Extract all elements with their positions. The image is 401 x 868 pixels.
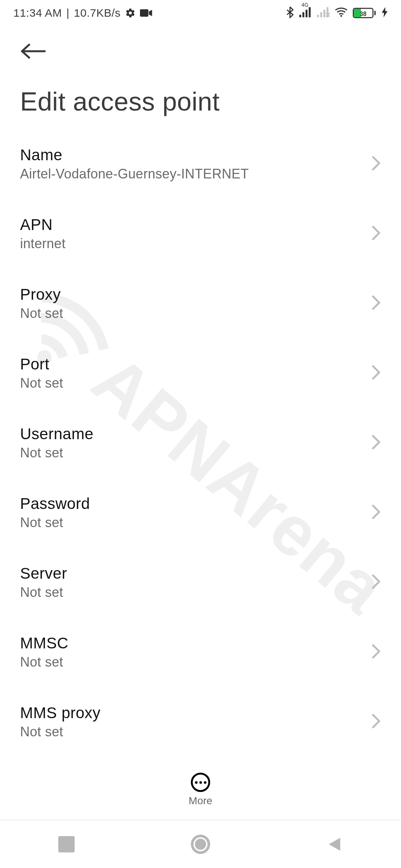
- setting-value: internet: [20, 236, 65, 251]
- setting-row-password[interactable]: Password Not set: [20, 476, 381, 546]
- svg-rect-3: [306, 10, 307, 17]
- setting-label: Proxy: [20, 286, 63, 303]
- chevron-right-icon: [371, 713, 381, 730]
- bluetooth-icon: [286, 6, 294, 20]
- setting-row-port[interactable]: Port Not set: [20, 337, 381, 407]
- setting-row-server[interactable]: Server Not set: [20, 546, 381, 616]
- back-button[interactable]: [20, 36, 50, 66]
- charging-icon: [382, 7, 388, 19]
- arrow-left-icon: [20, 43, 46, 59]
- more-label: More: [189, 795, 212, 807]
- page-title: Edit access point: [0, 66, 401, 128]
- more-button[interactable]: More: [0, 773, 401, 807]
- setting-value: Not set: [20, 515, 90, 530]
- setting-label: Username: [20, 425, 94, 443]
- svg-rect-1: [299, 15, 301, 17]
- video-camera-icon: [140, 9, 153, 17]
- setting-label: Name: [20, 146, 249, 164]
- battery-percent: 38: [354, 9, 372, 18]
- setting-value: Airtel-Vodafone-Guernsey-INTERNET: [20, 166, 249, 182]
- chevron-right-icon: [371, 644, 381, 661]
- setting-row-proxy[interactable]: Proxy Not set: [20, 267, 381, 337]
- setting-row-name[interactable]: Name Airtel-Vodafone-Guernsey-INTERNET: [20, 128, 381, 197]
- more-dots-icon: [191, 773, 210, 792]
- battery-icon: 38: [353, 8, 376, 18]
- svg-point-11: [340, 15, 342, 17]
- svg-rect-4: [309, 7, 311, 17]
- setting-row-mmsc[interactable]: MMSC Not set: [20, 616, 381, 685]
- chevron-right-icon: [371, 225, 381, 242]
- setting-value: Not set: [20, 445, 94, 461]
- svg-rect-6: [320, 12, 322, 17]
- setting-label: MMS proxy: [20, 704, 101, 722]
- svg-rect-0: [140, 9, 149, 17]
- chevron-right-icon: [371, 365, 381, 382]
- signal-4g-icon: 4G: [299, 7, 312, 19]
- status-bar: 11:34 AM | 10.7KB/s 4G 38: [0, 0, 401, 26]
- nav-home-button[interactable]: [191, 835, 210, 854]
- setting-label: MMSC: [20, 634, 68, 652]
- signal-no-sim-icon: [317, 7, 330, 19]
- status-bar-right: 4G 38: [286, 6, 388, 20]
- chevron-right-icon: [371, 504, 381, 521]
- setting-label: Port: [20, 355, 63, 373]
- svg-rect-5: [317, 15, 319, 17]
- status-separator: |: [66, 7, 69, 19]
- svg-marker-14: [329, 838, 340, 851]
- setting-label: Server: [20, 565, 67, 582]
- chevron-right-icon: [371, 434, 381, 451]
- setting-row-username[interactable]: Username Not set: [20, 407, 381, 476]
- setting-label: Password: [20, 495, 90, 513]
- gear-icon: [125, 8, 136, 18]
- settings-list: Name Airtel-Vodafone-Guernsey-INTERNET A…: [0, 128, 401, 755]
- navigation-bar: [0, 820, 401, 868]
- nav-recent-button[interactable]: [58, 836, 75, 852]
- status-time: 11:34 AM: [13, 7, 62, 19]
- nav-back-button[interactable]: [326, 836, 343, 852]
- status-bar-left: 11:34 AM | 10.7KB/s: [13, 7, 153, 19]
- setting-row-apn[interactable]: APN internet: [20, 197, 381, 267]
- wifi-icon: [335, 7, 348, 19]
- svg-rect-2: [303, 12, 304, 17]
- setting-row-mms-proxy[interactable]: MMS proxy Not set: [20, 685, 381, 755]
- chevron-right-icon: [371, 295, 381, 312]
- setting-value: Not set: [20, 375, 63, 391]
- chevron-right-icon: [371, 155, 381, 172]
- setting-value: Not set: [20, 306, 63, 321]
- setting-value: Not set: [20, 724, 101, 740]
- setting-label: APN: [20, 216, 65, 234]
- setting-value: Not set: [20, 585, 67, 600]
- chevron-right-icon: [371, 574, 381, 591]
- status-network-speed: 10.7KB/s: [74, 7, 121, 19]
- setting-value: Not set: [20, 654, 68, 670]
- svg-rect-7: [323, 10, 325, 17]
